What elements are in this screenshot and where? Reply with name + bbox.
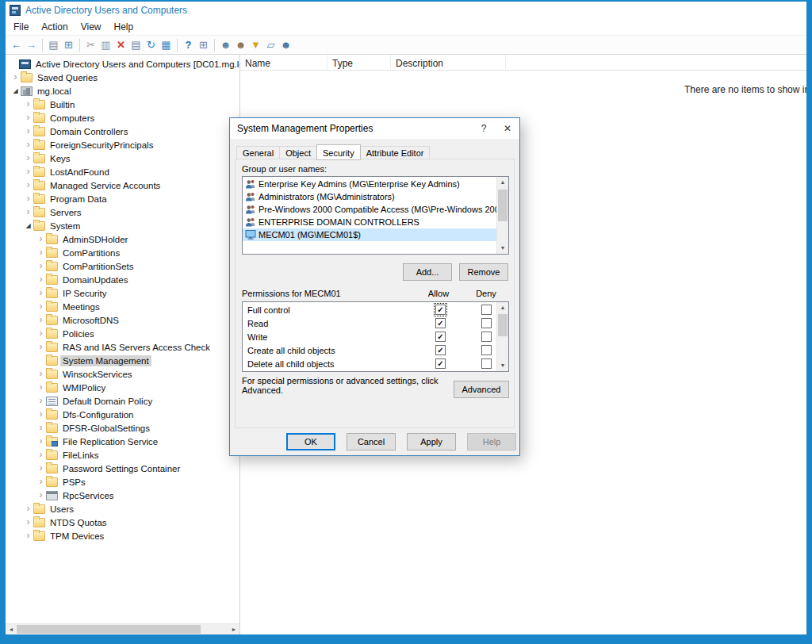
dialog-titlebar[interactable]: System Management Properties ? ✕ [230, 118, 519, 139]
chevron-collapsed-icon[interactable]: › [23, 126, 33, 136]
tree-item-ip-security[interactable]: ›IP Security [6, 286, 239, 300]
tree-item-winsockservices[interactable]: ›WinsockServices [6, 367, 239, 381]
tree-item-policies[interactable]: ›Policies [6, 327, 239, 340]
deny-checkbox-create-all-child-objects[interactable] [481, 345, 492, 355]
chevron-collapsed-icon[interactable]: › [36, 247, 46, 258]
window-titlebar[interactable]: Active Directory Users and Computers [6, 2, 806, 19]
set-filter-icon[interactable]: ▼ [248, 38, 263, 52]
group-item-pre-windows-2000-compatible-access-mg-pre-windows-2000[interactable]: Pre-Windows 2000 Compatible Access (MG\P… [243, 203, 496, 216]
scroll-down-icon[interactable]: ▼ [497, 243, 508, 254]
chevron-collapsed-icon[interactable]: › [36, 436, 46, 447]
chevron-collapsed-icon[interactable]: › [36, 328, 46, 339]
scroll-up-icon[interactable]: ▲ [497, 177, 508, 188]
properties-icon[interactable]: ⊞ [196, 38, 211, 52]
chevron-collapsed-icon[interactable]: › [23, 180, 33, 190]
group-item-administrators-mg-administrators[interactable]: Administrators (MG\Administrators) [243, 190, 496, 203]
forward-icon[interactable]: → [24, 38, 39, 52]
tree-item-builtin[interactable]: ›Builtin [6, 98, 239, 111]
chevron-collapsed-icon[interactable]: › [36, 234, 46, 244]
tree-item-managed-service-accounts[interactable]: ›Managed Service Accounts [6, 178, 239, 192]
find-icon[interactable]: ☻ [278, 38, 293, 52]
tree-item-ras-and-ias-servers-access-check[interactable]: ›RAS and IAS Servers Access Check [6, 340, 239, 354]
tree-item-wmipolicy[interactable]: ›WMIPolicy [6, 381, 239, 394]
tree-item-keys[interactable]: ›Keys [6, 151, 239, 165]
tree-item-system-management[interactable]: System Management [6, 354, 239, 367]
tree-item-computers[interactable]: ›Computers [6, 111, 239, 125]
new-user-icon[interactable]: ☻ [218, 38, 233, 52]
tree-item-program-data[interactable]: ›Program Data [6, 192, 239, 205]
chevron-collapsed-icon[interactable]: › [36, 409, 46, 420]
group-item-mecm01-mg-mecm01[interactable]: MECM01 (MG\MECM01$) [243, 228, 496, 241]
chevron-collapsed-icon[interactable]: › [36, 261, 46, 271]
refresh-icon[interactable]: ↻ [144, 38, 159, 52]
chevron-collapsed-icon[interactable]: › [36, 490, 46, 500]
apply-button[interactable]: Apply [407, 433, 456, 450]
tree-item-adminsdholder[interactable]: ›AdminSDHolder [6, 232, 239, 246]
tab-security[interactable]: Security [316, 144, 361, 160]
chevron-expanded-icon[interactable]: ◢ [23, 220, 33, 231]
chevron-collapsed-icon[interactable]: › [23, 531, 33, 541]
chevron-collapsed-icon[interactable]: › [23, 153, 33, 163]
tab-attribute-editor[interactable]: Attribute Editor [360, 146, 431, 159]
chevron-expanded-icon[interactable]: ◢ [10, 86, 21, 96]
menu-help[interactable]: Help [108, 20, 140, 34]
tree-item-dfs-configuration[interactable]: ›Dfs-Configuration [6, 408, 239, 421]
dialog-close-icon[interactable]: ✕ [496, 118, 519, 139]
chevron-collapsed-icon[interactable]: › [23, 504, 33, 514]
chevron-collapsed-icon[interactable]: › [23, 167, 33, 177]
chevron-collapsed-icon[interactable]: › [23, 194, 33, 204]
chevron-collapsed-icon[interactable]: › [36, 477, 46, 487]
chevron-collapsed-icon[interactable]: › [36, 274, 46, 285]
tree-item-domainupdates[interactable]: ›DomainUpdates [6, 273, 239, 286]
chevron-collapsed-icon[interactable]: › [36, 423, 46, 433]
allow-checkbox-delete-all-child-objects[interactable]: ✓ [435, 358, 446, 369]
new-group-icon[interactable]: ☻ [233, 38, 248, 52]
tree-item-mg-local[interactable]: ◢mg.local [6, 84, 239, 98]
chevron-collapsed-icon[interactable]: › [36, 463, 46, 473]
deny-checkbox-full-control[interactable] [481, 305, 492, 315]
tree-item-system[interactable]: ◢System [6, 219, 239, 232]
advanced-button[interactable]: Advanced [454, 381, 509, 398]
tree-item-dfsr-globalsettings[interactable]: ›DFSR-GlobalSettings [6, 421, 239, 435]
chevron-collapsed-icon[interactable]: › [36, 369, 46, 379]
console-window-icon[interactable]: ▤ [46, 38, 61, 52]
deny-checkbox-delete-all-child-objects[interactable] [481, 358, 492, 369]
tree-item-ntds-quotas[interactable]: ›NTDS Quotas [6, 516, 239, 529]
cut-icon[interactable]: ✂ [83, 38, 98, 52]
chevron-collapsed-icon[interactable]: › [36, 382, 46, 393]
allow-checkbox-write[interactable]: ✓ [435, 332, 446, 342]
scroll-right-icon[interactable]: ► [228, 624, 239, 634]
cancel-button[interactable]: Cancel [347, 433, 396, 450]
tree-item-compartitionsets[interactable]: ›ComPartitionSets [6, 259, 239, 273]
chevron-collapsed-icon[interactable]: › [10, 72, 21, 82]
tree-item-tpm-devices[interactable]: ›TPM Devices [6, 529, 239, 542]
list-icon[interactable]: ▤ [128, 38, 144, 52]
scroll-left-icon[interactable]: ◄ [6, 624, 17, 634]
tree-item-psps[interactable]: ›PSPs [6, 475, 239, 489]
ok-button[interactable]: OK [286, 433, 335, 450]
tree-item-compartitions[interactable]: ›ComPartitions [6, 246, 239, 259]
chevron-collapsed-icon[interactable]: › [23, 113, 33, 123]
tab-general[interactable]: General [236, 146, 280, 159]
scroll-down-icon[interactable]: ▼ [497, 360, 508, 371]
tree-item-default-domain-policy[interactable]: ›Default Domain Policy [6, 394, 239, 408]
chevron-collapsed-icon[interactable]: › [36, 288, 46, 298]
scrollbar-thumb[interactable] [17, 625, 201, 634]
tree-item-servers[interactable]: ›Servers [6, 205, 239, 219]
dialog-help-icon[interactable]: ? [472, 118, 496, 139]
export-list-icon[interactable]: ▦ [159, 38, 174, 52]
chevron-collapsed-icon[interactable]: › [36, 396, 46, 406]
group-item-enterprise-domain-controllers[interactable]: ENTERPRISE DOMAIN CONTROLLERS [243, 216, 496, 228]
paste-icon[interactable]: ▥ [98, 38, 113, 52]
allow-checkbox-full-control[interactable]: ✓ [435, 305, 446, 315]
chevron-collapsed-icon[interactable]: › [23, 207, 33, 217]
tree-item-microsoftdns[interactable]: ›MicrosoftDNS [6, 313, 239, 327]
chevron-collapsed-icon[interactable]: › [36, 301, 46, 312]
back-icon[interactable]: ← [9, 38, 24, 52]
tree-item-users[interactable]: ›Users [6, 502, 239, 516]
allow-checkbox-create-all-child-objects[interactable]: ✓ [435, 345, 446, 355]
scroll-up-icon[interactable]: ▲ [497, 302, 508, 313]
tree-item-meetings[interactable]: ›Meetings [6, 300, 239, 313]
tree-item-domain-controllers[interactable]: ›Domain Controllers [6, 125, 239, 138]
tree-item-file-replication-service[interactable]: ›File Replication Service [6, 435, 239, 448]
